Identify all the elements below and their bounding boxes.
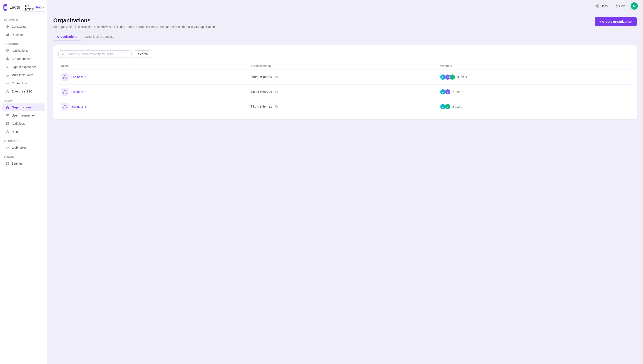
help-button[interactable]: Help [613, 4, 627, 8]
avatar: L [449, 74, 455, 80]
svg-rect-38 [63, 107, 64, 108]
org-id-cell: 93xhjekhyhzz [250, 104, 440, 109]
avatar-stack: ZS [440, 89, 451, 95]
svg-rect-34 [63, 92, 64, 94]
svg-rect-18 [8, 108, 9, 108]
section-automation: AUTOMATION [0, 136, 47, 144]
members-count: 3 users [457, 75, 467, 79]
project-selector[interactable]: My project Dev ▾ [23, 3, 46, 12]
sidebar-item-user-management[interactable]: User management [2, 112, 45, 119]
table-header: Name Organization ID Members [59, 62, 632, 70]
org-icon [61, 73, 69, 81]
sidebar-item-audit-logs[interactable]: Audit logs [2, 120, 45, 128]
project-name: My project [25, 4, 34, 10]
svg-rect-31 [66, 78, 67, 79]
create-org-label: + Create organization [599, 20, 632, 24]
col-org-id: Organization ID [250, 64, 440, 68]
sign-in-label: Sign-in experience [12, 65, 37, 69]
org-name-link[interactable]: Business 3 [71, 105, 86, 108]
organizations-label: Organizations [12, 106, 32, 109]
signin-icon [6, 65, 10, 69]
col-members: Members [440, 64, 629, 68]
svg-rect-5 [7, 34, 8, 36]
org-id-cell: fcsho5muc1d9 [250, 74, 440, 80]
search-button[interactable]: Search [134, 50, 152, 58]
org-name-cell: Business 1 [61, 73, 250, 81]
sidebar-item-get-started[interactable]: Get started [2, 23, 45, 30]
search-input-wrapper[interactable] [59, 50, 131, 58]
members-cell: ZSL3 users [440, 74, 629, 80]
get-started-label: Get started [12, 25, 27, 28]
table-row[interactable]: Business 2 28ry0zy0b9ag ZS2 users [59, 84, 632, 99]
org-name-link[interactable]: Business 2 [71, 90, 86, 94]
docs-icon [596, 4, 599, 8]
connector-icon [6, 81, 10, 85]
svg-rect-25 [597, 5, 599, 7]
page-description: An organization is a collection of users… [53, 25, 217, 28]
main-content: Organizations An organization is a colle… [47, 12, 643, 364]
table-row[interactable]: Business 3 93xhjekhyhzz ZL2 users [59, 99, 632, 114]
svg-rect-7 [6, 49, 7, 50]
sidebar-item-roles[interactable]: Roles [2, 128, 45, 136]
copy-id-button[interactable] [274, 74, 279, 80]
svg-rect-37 [64, 105, 66, 106]
tab-org-template[interactable]: Organization template [81, 33, 118, 41]
svg-rect-8 [8, 49, 9, 50]
sidebar-item-applications[interactable]: Applications [2, 47, 45, 54]
svg-rect-33 [64, 90, 66, 91]
copy-id-button[interactable] [274, 89, 279, 94]
applications-label: Applications [12, 49, 28, 52]
sidebar-item-mfa[interactable]: Multi-factor auth [2, 71, 45, 79]
mfa-label: Multi-factor auth [12, 74, 33, 77]
sidebar-item-organizations[interactable]: Organizations [2, 104, 45, 111]
sidebar-item-settings[interactable]: Settings [2, 160, 45, 168]
sidebar-item-connectors[interactable]: Connectors [2, 80, 45, 87]
org-icon [6, 106, 10, 109]
svg-rect-17 [6, 108, 7, 108]
avatar: L [445, 104, 451, 110]
org-icon [61, 103, 69, 110]
copy-id-button[interactable] [274, 104, 279, 109]
org-name-link[interactable]: Business 1 [71, 75, 86, 79]
table-body: Business 1 fcsho5muc1d9 ZSL3 users Busin… [59, 70, 632, 114]
org-id-value: fcsho5muc1d9 [250, 75, 272, 79]
create-organization-button[interactable]: + Create organization [595, 17, 637, 26]
user-management-label: User management [12, 114, 36, 117]
roles-icon [6, 130, 10, 134]
avatar: S [445, 89, 451, 95]
user-avatar[interactable]: N [630, 2, 638, 10]
sidebar-item-dashboard[interactable]: Dashboard [2, 31, 45, 39]
page-title: Organizations [53, 17, 217, 24]
svg-rect-13 [7, 75, 8, 76]
org-name-cell: Business 2 [61, 88, 250, 96]
docs-label: Docs [601, 4, 607, 8]
svg-point-20 [8, 114, 9, 115]
table-row[interactable]: Business 1 fcsho5muc1d9 ZSL3 users [59, 70, 632, 84]
page-header: Organizations An organization is a colle… [53, 17, 637, 28]
tabs: Organizations Organization template [53, 33, 637, 41]
sidebar-item-enterprise-sso[interactable]: Enterprise SSO [2, 88, 45, 95]
search-icon [62, 52, 65, 56]
chevron-down-icon: ▾ [43, 6, 44, 8]
svg-rect-16 [7, 106, 8, 107]
logo-icon [4, 4, 7, 11]
members-count: 2 users [452, 105, 462, 108]
api-icon [6, 57, 10, 61]
organizations-card: Search Name Organization ID Members Busi… [53, 45, 637, 119]
connectors-label: Connectors [12, 82, 27, 85]
avatar-stack: ZSL [440, 74, 455, 80]
members-cell: ZS2 users [440, 89, 629, 95]
svg-rect-12 [6, 66, 9, 68]
search-input[interactable] [67, 52, 128, 56]
docs-button[interactable]: Docs [594, 4, 609, 8]
logo-area: Logto My project Dev ▾ [0, 0, 47, 15]
webhooks-label: Webhooks [12, 146, 26, 150]
users-icon [6, 114, 10, 118]
section-users: USERS [0, 96, 47, 103]
sidebar-item-sign-in[interactable]: Sign-in experience [2, 63, 45, 71]
sidebar-item-webhooks[interactable]: Webhooks [2, 144, 45, 152]
section-resources: RESOURCES [0, 39, 47, 46]
svg-rect-35 [66, 92, 67, 94]
sidebar-item-api-resources[interactable]: API resources [2, 55, 45, 63]
tab-organizations[interactable]: Organizations [53, 33, 81, 41]
